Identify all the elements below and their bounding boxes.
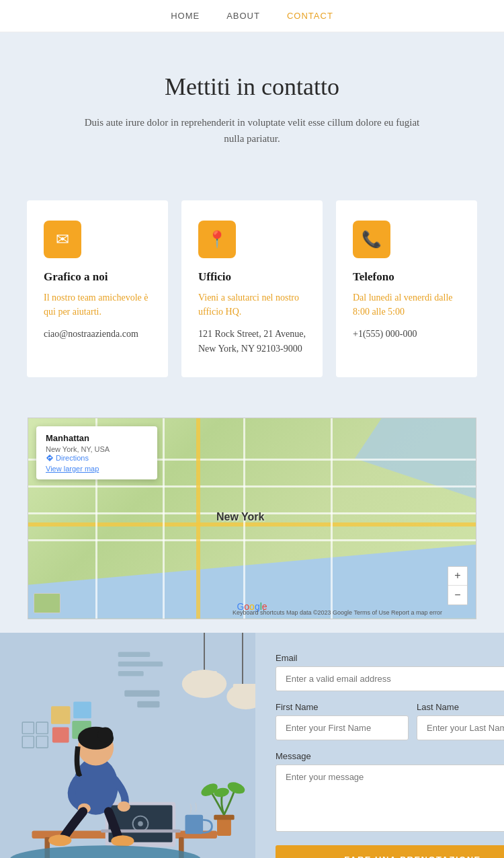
cards-section: ✉ Grafico a noi Il nostro team amichevol… bbox=[0, 180, 504, 411]
card-office: 📍 Ufficio Vieni a salutarci nel nostro u… bbox=[181, 200, 323, 377]
email-label: Email bbox=[276, 653, 504, 663]
last-name-input[interactable] bbox=[417, 715, 504, 740]
hero-section: Mettiti in contatto Duis aute irure dolo… bbox=[0, 32, 504, 180]
submit-button[interactable]: FARE UNA PRENOTAZIONE bbox=[276, 845, 504, 858]
popup-location-sub: New York, NY, USA bbox=[46, 445, 110, 453]
phone-icon: 📞 bbox=[353, 221, 390, 258]
map-inner: New York Manhattan New York, NY, USA Dir… bbox=[28, 418, 476, 619]
popup-row: Directions bbox=[46, 454, 148, 462]
last-name-label: Last Name bbox=[417, 702, 504, 712]
svg-rect-16 bbox=[51, 706, 71, 724]
directions-label: Directions bbox=[56, 454, 89, 462]
card-phone-subtitle: Dal lunedì al venerdì dalle 8:00 alle 5:… bbox=[353, 290, 460, 319]
first-name-input[interactable] bbox=[276, 715, 409, 740]
svg-rect-9 bbox=[233, 684, 255, 698]
nav-about[interactable]: ABOUT bbox=[226, 11, 260, 21]
svg-rect-3 bbox=[118, 671, 144, 676]
svg-rect-6 bbox=[192, 671, 217, 684]
email-input[interactable] bbox=[276, 666, 504, 691]
svg-rect-10 bbox=[124, 690, 159, 697]
card-office-subtitle: Vieni a salutarci nel nostro ufficio HQ. bbox=[198, 290, 306, 319]
message-group: Message bbox=[276, 751, 504, 832]
map-section: New York Manhattan New York, NY, USA Dir… bbox=[0, 411, 504, 633]
message-label: Message bbox=[276, 751, 504, 761]
map-attribution: Keyboard shortcuts Map data ©2023 Google… bbox=[233, 609, 442, 616]
map-zoom-controls: + − bbox=[448, 566, 468, 605]
message-textarea[interactable] bbox=[276, 765, 504, 832]
map-container[interactable]: New York Manhattan New York, NY, USA Dir… bbox=[28, 418, 476, 619]
road bbox=[331, 418, 333, 619]
contact-form: Email First Name Last Name Message FARE … bbox=[255, 633, 504, 858]
city-label: New York bbox=[216, 511, 264, 523]
svg-point-34 bbox=[118, 802, 130, 812]
hero-subtitle: Duis aute irure dolor in reprehenderit i… bbox=[84, 114, 420, 147]
svg-point-32 bbox=[97, 727, 113, 742]
nav-home[interactable]: HOME bbox=[171, 11, 200, 21]
last-name-group: Last Name bbox=[417, 702, 504, 740]
popup-location-name: Manhattan bbox=[46, 433, 148, 443]
first-name-group: First Name bbox=[276, 702, 409, 740]
card-phone-title: Telefono bbox=[353, 270, 460, 284]
card-email-subtitle: Il nostro team amichevole è qui per aiut… bbox=[44, 290, 151, 319]
svg-rect-2 bbox=[118, 662, 163, 667]
location-icon: 📍 bbox=[198, 221, 236, 258]
highway-v bbox=[196, 418, 200, 619]
svg-rect-1 bbox=[118, 652, 151, 657]
card-email-detail: ciao@nostraazienda.com bbox=[44, 327, 151, 342]
email-icon: ✉ bbox=[44, 221, 81, 258]
directions-link[interactable]: Directions bbox=[46, 454, 89, 462]
svg-point-35 bbox=[48, 834, 71, 846]
card-office-detail: 121 Rock Street, 21 Avenue,New York, NY … bbox=[198, 327, 306, 357]
email-group: Email bbox=[276, 653, 504, 691]
zoom-in-button[interactable]: + bbox=[448, 567, 467, 586]
svg-point-36 bbox=[111, 835, 134, 847]
card-phone-detail: +1(555) 000-000 bbox=[353, 327, 460, 342]
svg-rect-38 bbox=[217, 818, 231, 836]
zoom-out-button[interactable]: − bbox=[448, 586, 467, 604]
nav-contact[interactable]: CONTACT bbox=[287, 11, 333, 21]
svg-rect-11 bbox=[137, 701, 159, 707]
contact-illustration bbox=[0, 633, 255, 858]
name-row: First Name Last Name bbox=[276, 702, 504, 740]
svg-rect-28 bbox=[185, 815, 204, 834]
view-larger-map[interactable]: View larger map bbox=[46, 465, 148, 473]
navigation: HOME ABOUT CONTACT bbox=[0, 0, 504, 32]
cards-container: ✉ Grafico a noi Il nostro team amichevol… bbox=[27, 200, 477, 377]
card-phone: 📞 Telefono Dal lunedì al venerdì dalle 8… bbox=[336, 200, 477, 377]
card-email-title: Grafico a noi bbox=[44, 270, 151, 284]
svg-rect-39 bbox=[214, 815, 234, 820]
page-title: Mettiti in contatto bbox=[27, 73, 477, 101]
illustration-svg bbox=[0, 633, 255, 858]
first-name-label: First Name bbox=[276, 702, 409, 712]
svg-point-26 bbox=[138, 821, 143, 826]
map-thumbnail bbox=[34, 593, 60, 613]
svg-rect-17 bbox=[73, 701, 91, 718]
map-popup: Manhattan New York, NY, USA Directions V… bbox=[36, 426, 157, 479]
contact-section: Email First Name Last Name Message FARE … bbox=[0, 633, 504, 858]
card-office-title: Ufficio bbox=[198, 270, 306, 284]
card-email: ✉ Grafico a noi Il nostro team amichevol… bbox=[27, 200, 168, 377]
road bbox=[163, 418, 165, 619]
svg-rect-18 bbox=[52, 727, 69, 742]
